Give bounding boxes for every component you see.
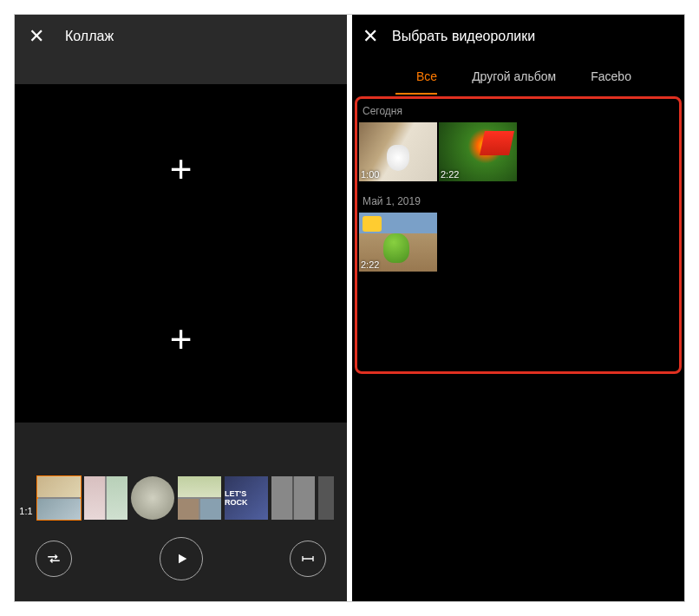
video-thumb[interactable]: 1:00 bbox=[359, 122, 437, 181]
collage-canvas: + + bbox=[15, 84, 347, 424]
close-icon[interactable]: ✕ bbox=[29, 27, 44, 46]
plus-icon: + bbox=[170, 318, 193, 361]
duration-label: 1:00 bbox=[361, 169, 379, 180]
section-label-may: Май 1, 2019 bbox=[359, 190, 677, 213]
tab-all[interactable]: Все bbox=[399, 58, 454, 95]
resize-icon bbox=[300, 551, 316, 567]
template-2[interactable] bbox=[84, 476, 127, 520]
close-icon[interactable]: ✕ bbox=[363, 27, 378, 46]
source-tabs: Все Другой альбом Facebo bbox=[352, 58, 684, 95]
page-title: Коллаж bbox=[65, 29, 114, 44]
page-title: Выбрать видеоролики bbox=[392, 29, 535, 44]
collage-slot-2[interactable]: + bbox=[15, 254, 347, 424]
template-7[interactable] bbox=[318, 476, 334, 520]
template-5[interactable]: LET'S ROCK bbox=[225, 476, 268, 520]
template-3[interactable] bbox=[131, 476, 174, 520]
duration-label: 2:22 bbox=[361, 259, 379, 270]
swap-button[interactable] bbox=[36, 541, 72, 577]
plus-icon: + bbox=[170, 147, 193, 191]
collage-slot-1[interactable]: + bbox=[15, 84, 347, 254]
play-button[interactable] bbox=[160, 537, 203, 580]
template-1[interactable] bbox=[37, 476, 81, 520]
duration-label: 2:22 bbox=[441, 169, 459, 180]
section-label-today: Сегодня bbox=[359, 100, 677, 122]
aspect-ratio-label: 1:1 bbox=[18, 469, 34, 520]
template-4[interactable] bbox=[178, 476, 221, 520]
tab-facebook[interactable]: Facebo bbox=[573, 58, 649, 95]
video-thumb[interactable]: 2:22 bbox=[359, 213, 437, 272]
template-strip[interactable]: 1:1 LET'S ROCK bbox=[15, 469, 347, 527]
swap-icon bbox=[46, 551, 62, 567]
tab-other-album[interactable]: Другой альбом bbox=[454, 58, 573, 95]
play-icon bbox=[175, 552, 189, 566]
tab-underline bbox=[395, 93, 437, 95]
template-6[interactable] bbox=[271, 476, 315, 520]
resize-button[interactable] bbox=[290, 541, 326, 577]
video-thumb[interactable]: 2:22 bbox=[439, 122, 517, 181]
